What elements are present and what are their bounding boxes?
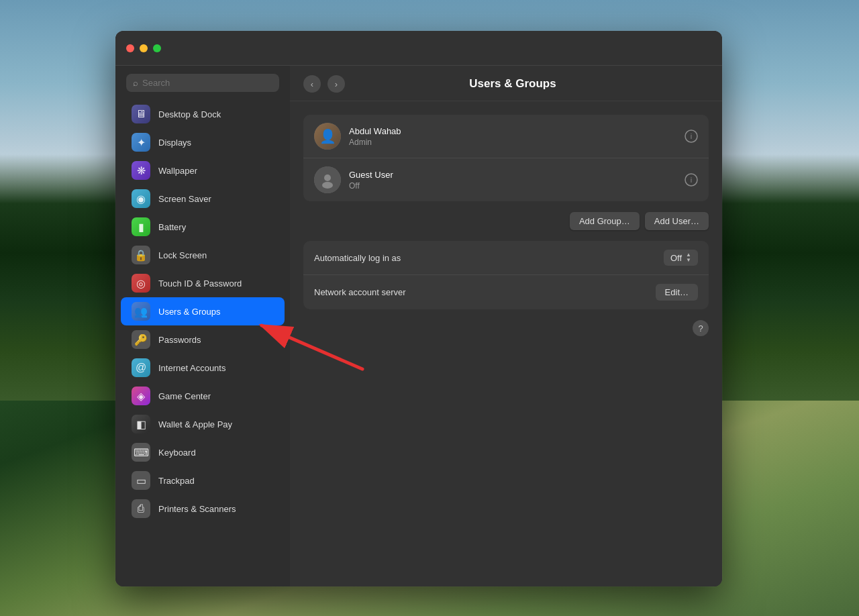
sidebar-label-desktop-dock: Desktop & Dock xyxy=(158,109,221,119)
sidebar-label-wallpaper: Wallpaper xyxy=(158,166,197,176)
sidebar-icon-internet-accounts: @ xyxy=(132,358,150,377)
sidebar-icon-battery: ▮ xyxy=(132,217,150,236)
maximize-button[interactable] xyxy=(153,44,161,52)
network-edit-button[interactable]: Edit… xyxy=(656,284,698,301)
network-account-row: Network account server Edit… xyxy=(303,275,709,309)
sidebar-label-screen-saver: Screen Saver xyxy=(158,194,211,204)
sidebar-icon-passwords: 🔑 xyxy=(132,330,150,349)
stepper-arrows: ▲ ▼ xyxy=(686,252,691,263)
system-preferences-window: ⌕ 🖥 Desktop & Dock ✦ Displays ❋ Wallpape… xyxy=(115,31,722,586)
auto-login-label: Automatically log in as xyxy=(314,253,664,263)
sidebar-item-displays[interactable]: ✦ Displays xyxy=(121,128,285,156)
sidebar-label-trackpad: Trackpad xyxy=(158,476,195,486)
admin-role: Admin xyxy=(349,138,676,147)
sidebar-item-game-center[interactable]: ◈ Game Center xyxy=(121,382,285,410)
minimize-button[interactable] xyxy=(140,44,148,52)
admin-avatar: 👤 xyxy=(314,123,341,150)
svg-point-3 xyxy=(322,182,333,189)
guest-name: Guest User xyxy=(349,170,676,180)
search-icon: ⌕ xyxy=(133,78,138,88)
auto-login-row: Automatically log in as Off ▲ ▼ xyxy=(303,241,709,275)
sidebar-item-users-groups[interactable]: 👥 Users & Groups xyxy=(121,297,285,325)
svg-text:i: i xyxy=(691,176,692,184)
sidebar-icon-game-center: ◈ xyxy=(132,387,150,405)
guest-avatar-img xyxy=(314,166,341,193)
help-button-wrap: ? xyxy=(303,320,709,336)
panel-header: ‹ › Users & Groups xyxy=(290,66,722,101)
sidebar-icon-wallpaper: ❋ xyxy=(132,161,150,180)
back-button[interactable]: ‹ xyxy=(303,75,321,93)
window-frame: ⌕ 🖥 Desktop & Dock ✦ Displays ❋ Wallpape… xyxy=(115,31,722,586)
settings-card: Automatically log in as Off ▲ ▼ Network … xyxy=(303,241,709,309)
add-buttons-row: Add Group… Add User… xyxy=(303,212,709,230)
sidebar-label-battery: Battery xyxy=(158,222,186,232)
sidebar-item-lock-screen[interactable]: 🔒 Lock Screen xyxy=(121,241,285,269)
content-area: ⌕ 🖥 Desktop & Dock ✦ Displays ❋ Wallpape… xyxy=(115,66,722,586)
sidebar-label-game-center: Game Center xyxy=(158,391,211,401)
main-panel: ‹ › Users & Groups 👤 Abdul Wahab xyxy=(290,66,722,586)
sidebar-label-touch-id: Touch ID & Password xyxy=(158,278,242,289)
sidebar-item-desktop-dock[interactable]: 🖥 Desktop & Dock xyxy=(121,100,285,128)
sidebar-list: 🖥 Desktop & Dock ✦ Displays ❋ Wallpaper … xyxy=(115,97,290,586)
sidebar-icon-displays: ✦ xyxy=(132,133,150,152)
admin-name: Abdul Wahab xyxy=(349,126,676,136)
sidebar-item-touch-id[interactable]: ◎ Touch ID & Password xyxy=(121,269,285,297)
sidebar-icon-trackpad: ▭ xyxy=(132,471,150,490)
admin-user-info: Abdul Wahab Admin xyxy=(349,126,676,147)
close-button[interactable] xyxy=(126,44,134,52)
help-button[interactable]: ? xyxy=(693,320,709,336)
sidebar-icon-touch-id: ◎ xyxy=(132,274,150,293)
network-account-label: Network account server xyxy=(314,287,656,297)
sidebar-icon-printers: ⎙ xyxy=(132,499,150,518)
sidebar: ⌕ 🖥 Desktop & Dock ✦ Displays ❋ Wallpape… xyxy=(115,66,290,586)
sidebar-icon-desktop-dock: 🖥 xyxy=(132,105,150,123)
sidebar-icon-lock-screen: 🔒 xyxy=(132,246,150,264)
auto-login-value: Off xyxy=(670,253,682,263)
sidebar-icon-keyboard: ⌨ xyxy=(132,443,150,462)
search-container: ⌕ xyxy=(115,66,290,97)
svg-text:i: i xyxy=(691,132,692,140)
sidebar-icon-users-groups: 👥 xyxy=(132,302,150,321)
search-box[interactable]: ⌕ xyxy=(126,74,279,92)
sidebar-label-displays: Displays xyxy=(158,138,191,148)
user-row-admin: 👤 Abdul Wahab Admin i xyxy=(303,115,709,158)
users-card: 👤 Abdul Wahab Admin i xyxy=(303,115,709,201)
panel-content: 👤 Abdul Wahab Admin i xyxy=(290,101,722,586)
sidebar-item-wallet-pay[interactable]: ◧ Wallet & Apple Pay xyxy=(121,410,285,438)
sidebar-item-internet-accounts[interactable]: @ Internet Accounts xyxy=(121,354,285,382)
guest-avatar xyxy=(314,166,341,193)
sidebar-item-keyboard[interactable]: ⌨ Keyboard xyxy=(121,438,285,466)
sidebar-item-battery[interactable]: ▮ Battery xyxy=(121,213,285,241)
sidebar-label-passwords: Passwords xyxy=(158,335,201,345)
sidebar-icon-wallet-pay: ◧ xyxy=(132,415,150,433)
sidebar-item-printers[interactable]: ⎙ Printers & Scanners xyxy=(121,495,285,523)
sidebar-label-lock-screen: Lock Screen xyxy=(158,250,207,260)
sidebar-label-keyboard: Keyboard xyxy=(158,448,196,458)
guest-info-button[interactable]: i xyxy=(685,173,698,187)
sidebar-item-passwords[interactable]: 🔑 Passwords xyxy=(121,325,285,354)
sidebar-label-wallet-pay: Wallet & Apple Pay xyxy=(158,419,232,429)
sidebar-item-screen-saver[interactable]: ◉ Screen Saver xyxy=(121,185,285,213)
sidebar-item-trackpad[interactable]: ▭ Trackpad xyxy=(121,466,285,495)
auto-login-stepper[interactable]: Off ▲ ▼ xyxy=(664,250,698,266)
svg-point-2 xyxy=(324,174,331,181)
guest-role: Off xyxy=(349,181,676,191)
search-input[interactable] xyxy=(142,78,272,88)
guest-user-info: Guest User Off xyxy=(349,170,676,191)
sidebar-label-users-groups: Users & Groups xyxy=(158,307,220,317)
traffic-lights xyxy=(126,44,161,52)
admin-info-button[interactable]: i xyxy=(685,130,698,143)
sidebar-label-printers: Printers & Scanners xyxy=(158,504,236,514)
sidebar-label-internet-accounts: Internet Accounts xyxy=(158,363,225,373)
user-row-guest: Guest User Off i xyxy=(303,158,709,201)
forward-button[interactable]: › xyxy=(327,75,345,93)
titlebar xyxy=(115,31,722,66)
panel-title: Users & Groups xyxy=(352,77,674,91)
add-user-button[interactable]: Add User… xyxy=(645,212,709,230)
sidebar-item-wallpaper[interactable]: ❋ Wallpaper xyxy=(121,156,285,185)
add-group-button[interactable]: Add Group… xyxy=(570,212,640,230)
admin-avatar-img: 👤 xyxy=(314,123,341,150)
sidebar-icon-screen-saver: ◉ xyxy=(132,189,150,208)
